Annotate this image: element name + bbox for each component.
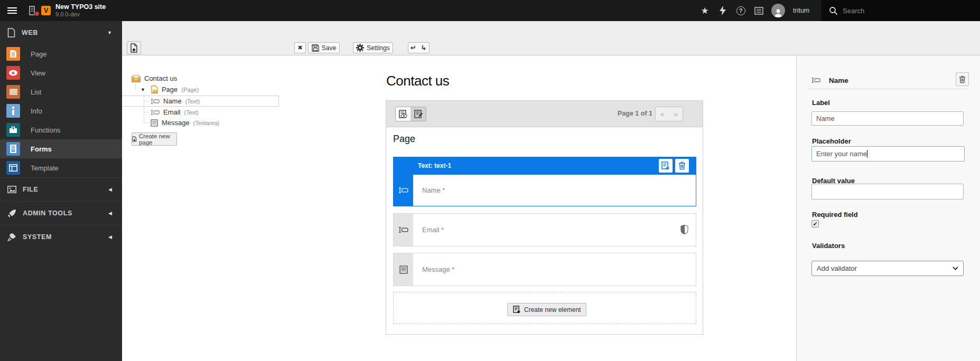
sidebar-item-label: List [31,88,41,96]
page-node-icon [151,86,158,93]
element-icon-column [394,253,413,286]
star-icon: ★ [701,5,708,16]
sidebar-item-label: Page [31,50,46,58]
bolt-icon [720,6,726,15]
previous-page-button[interactable]: « [655,107,669,121]
inspector-header: Name [811,72,969,88]
next-page-button[interactable]: » [669,107,683,121]
default-value-input[interactable] [811,184,964,200]
topbar: V New TYPO3 site 9.0.0-dev ★ ? tritum Se… [0,0,980,21]
delete-element-button[interactable] [675,159,689,173]
create-new-element-button[interactable]: Create new element [507,303,586,316]
sidebar-item-label: Info [31,107,42,115]
selected-element-title: Text: text-1 [418,162,451,169]
sidebar-section-system[interactable]: SYSTEM ◀ [0,225,122,249]
sidebar-item-forms[interactable]: Forms [0,139,122,158]
text-field-icon [811,77,820,83]
system-information-button[interactable] [750,0,768,21]
sidebar-section-label: FILE [23,186,38,193]
inspector-panel: Name Label Placeholder Enter your name D… [796,55,980,361]
tree-node-label: Contact us [144,74,177,82]
tree-node-email[interactable]: Email (Text) [151,108,199,116]
settings-button[interactable]: Settings [353,42,393,53]
username-label[interactable]: tritum [793,7,809,14]
clear-cache-button[interactable] [714,0,732,21]
sidebar-item-functions[interactable]: Functions [0,120,122,139]
create-new-page-button[interactable]: Create new page [132,132,177,146]
sidebar-item-page[interactable]: Page [0,44,122,63]
menu-toggle-button[interactable] [0,0,24,21]
inspector-delete-button[interactable] [956,72,969,86]
element-field-label: Email * [422,226,444,234]
new-page-button[interactable] [127,41,141,54]
tree-node-name[interactable]: Name (Text) [151,97,200,105]
toolbar-search[interactable]: Search [822,0,980,21]
info-module-icon [6,104,20,118]
help-button[interactable]: ? [732,0,750,21]
tree-connector [144,101,150,101]
text-field-icon [151,109,160,116]
inspector-divider [808,89,968,89]
sidebar-section-label: SYSTEM [23,233,52,241]
chevron-left-icon[interactable]: ◀ [108,211,112,216]
undo-icon: ↵ [410,44,416,52]
placeholder-field-input[interactable]: Enter your name [811,146,965,162]
sidebar-item-view[interactable]: View [0,63,122,82]
tree-node-type: (Text) [184,109,199,116]
chevron-down-icon[interactable]: ▼ [107,30,112,35]
tree-node-label: Email [163,108,181,116]
trash-icon [678,162,686,170]
chevron-left-icon[interactable]: ◀ [108,234,112,240]
edit-mode-button[interactable] [410,107,426,121]
chevron-down-icon [953,267,958,270]
tree-node-type: (Textarea) [193,120,220,126]
typo3-logo: V [41,6,51,15]
shield-icon [680,224,688,235]
textarea-icon [399,265,408,274]
save-icon [312,44,319,52]
close-icon: ✖ [297,44,302,51]
settings-label: Settings [367,44,389,52]
selected-element-body: Name * [393,174,696,206]
tree-node-page[interactable]: ▼ Page (Page) [141,86,199,93]
sidebar-section-web[interactable]: WEB ▼ [0,21,122,44]
tree-node-message[interactable]: Message (Textarea) [151,119,219,127]
gear-icon [356,44,364,52]
label-field-input[interactable] [811,111,964,126]
sidebar-item-label: Forms [31,145,52,153]
close-button[interactable]: ✖ [294,42,306,53]
sidebar-section-label: ADMIN TOOLS [23,210,72,217]
element-field-label: Name * [422,186,445,194]
element-field-label: Message * [422,265,454,273]
stage-element-name-selected[interactable]: Text: text-1 Name * [393,157,696,206]
sidebar-section-file[interactable]: FILE ◀ [0,178,122,201]
preview-mode-button[interactable] [395,107,411,121]
tree-expander-icon[interactable]: ▼ [141,87,145,92]
trash-icon [959,75,966,83]
tree-node-label: Name [163,97,182,105]
stage-element-email[interactable]: Email * [393,213,696,246]
bookmarks-button[interactable]: ★ [696,0,714,21]
redo-button[interactable]: ↳ [418,42,430,53]
element-icon-column [394,214,413,246]
element-icon-column [394,175,413,206]
required-field-checkbox[interactable]: ✔ [811,220,819,227]
tree-node-label: Message [162,119,190,127]
inspector-title: Name [829,77,848,84]
stage-element-message[interactable]: Message * [393,253,696,286]
tree-node-form-root[interactable]: Contact us [132,74,177,82]
sidebar-item-list[interactable]: List [0,82,122,101]
open-documents-button[interactable] [24,0,42,21]
chevron-left-icon[interactable]: ◀ [108,187,112,192]
user-menu-button[interactable] [768,0,789,21]
save-button[interactable]: Save [308,42,340,53]
sidebar-section-admin-tools[interactable]: ADMIN TOOLS ◀ [0,202,122,225]
undo-button[interactable]: ↵ [408,42,419,53]
next-icon: » [674,110,677,118]
page-module-icon [6,47,20,61]
text-caret [867,150,867,158]
new-element-after-button[interactable] [659,159,673,173]
validators-select[interactable]: Add validator [811,261,964,276]
sidebar-item-info[interactable]: Info [0,101,122,120]
sidebar-item-template[interactable]: Template [0,158,122,177]
